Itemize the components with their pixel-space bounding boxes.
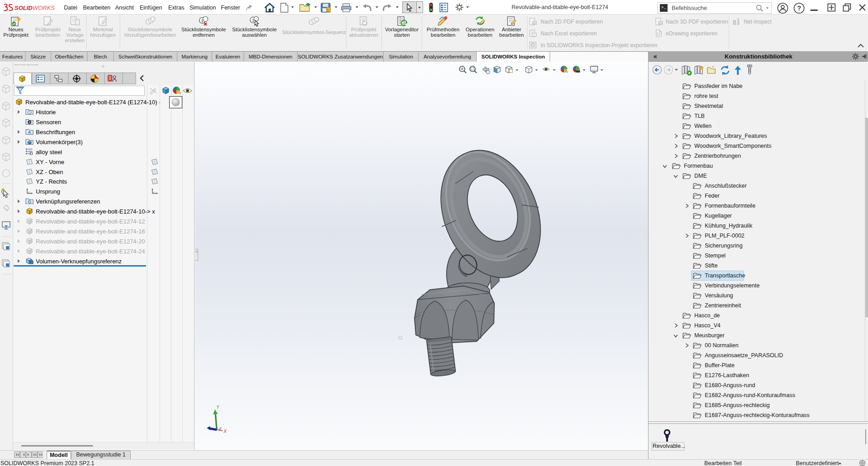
svg-text:SOLIDWORKS: SOLIDWORKS [15, 5, 55, 11]
svg-text:1: 1 [201, 19, 204, 23]
svg-text:2D: 2D [533, 22, 536, 24]
svg-text:!: ! [327, 8, 329, 12]
svg-text:1: 1 [252, 18, 254, 23]
svg-text:A: A [28, 130, 31, 135]
svg-text:Y: Y [216, 405, 220, 410]
svg-text:Z: Z [219, 427, 222, 431]
svg-text:X: X [223, 429, 227, 434]
svg-text:?: ? [797, 5, 801, 12]
svg-text:3D: 3D [659, 22, 663, 24]
